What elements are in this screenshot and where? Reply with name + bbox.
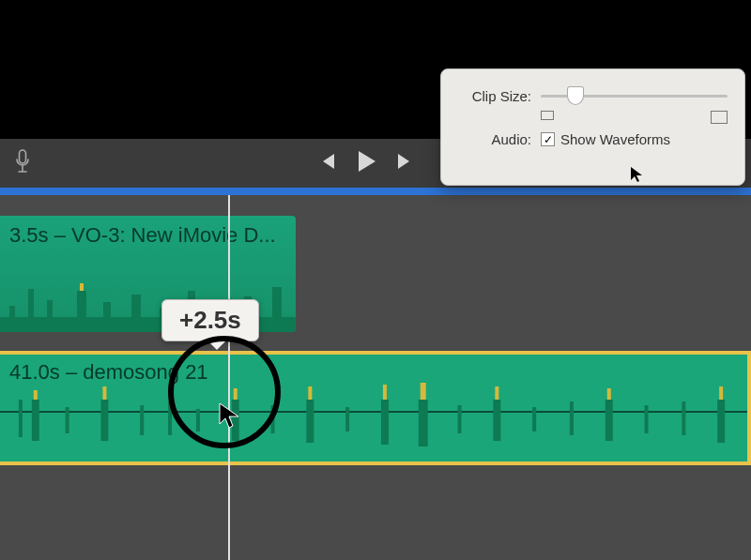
clip-settings-popover: Clip Size: Audio: ✓ Show Waveforms [440,68,745,186]
svg-rect-21 [196,409,200,431]
svg-rect-25 [308,386,312,400]
clip-label: 3.5s – VO-3: New iMovie D... [0,216,296,255]
svg-rect-33 [495,386,498,400]
svg-rect-20 [168,401,172,435]
svg-rect-35 [532,407,536,431]
svg-rect-12 [272,287,282,332]
slider-thumb[interactable] [567,86,584,105]
svg-rect-4 [80,283,84,291]
svg-rect-31 [419,400,428,446]
svg-rect-29 [381,400,389,445]
svg-rect-15 [32,400,39,441]
timeline-ruler[interactable] [0,188,751,195]
cursor-icon [218,401,242,436]
svg-rect-26 [306,400,314,443]
svg-rect-41 [719,386,723,400]
svg-rect-5 [77,291,86,332]
thumbnail-large-icon [711,111,728,124]
svg-rect-18 [100,400,108,441]
svg-rect-36 [570,401,574,435]
svg-rect-39 [645,405,649,433]
svg-rect-6 [103,302,111,332]
audio-label: Audio: [458,131,531,147]
svg-rect-19 [140,405,144,435]
svg-rect-42 [717,400,725,443]
svg-rect-32 [458,405,462,433]
svg-rect-24 [271,405,275,433]
show-waveforms-label: Show Waveforms [560,131,670,147]
svg-rect-34 [493,400,500,441]
svg-rect-3 [47,300,53,332]
waveform-icon [0,373,747,463]
cursor-icon [630,166,643,187]
svg-rect-2 [28,289,34,332]
clip-size-slider[interactable] [541,84,728,107]
timeline[interactable]: 3.5s – VO-3: New iMovie D... 41.0s – dem… [0,195,751,560]
playhead[interactable] [228,195,230,560]
skip-forward-button[interactable] [396,151,417,175]
svg-rect-1 [9,306,15,332]
svg-rect-22 [234,388,238,400]
clip-size-label: Clip Size: [458,88,531,104]
audio-clip-demosong[interactable]: 41.0s – demosong 21 [0,351,751,465]
svg-rect-27 [345,407,349,431]
svg-rect-38 [605,400,613,441]
time-offset-tooltip: +2.5s [161,299,259,341]
svg-rect-16 [66,407,69,433]
svg-rect-7 [131,295,141,332]
svg-rect-30 [421,383,426,400]
play-button[interactable] [353,148,379,178]
thumbnail-small-icon [541,111,554,120]
svg-rect-14 [34,390,38,400]
svg-rect-37 [607,388,611,400]
svg-rect-40 [682,401,685,435]
svg-rect-17 [102,386,106,400]
show-waveforms-checkbox[interactable]: ✓ [541,132,555,146]
microphone-icon[interactable] [13,149,32,177]
svg-rect-13 [19,400,23,437]
svg-rect-28 [383,385,387,400]
skip-back-button[interactable] [315,151,336,175]
